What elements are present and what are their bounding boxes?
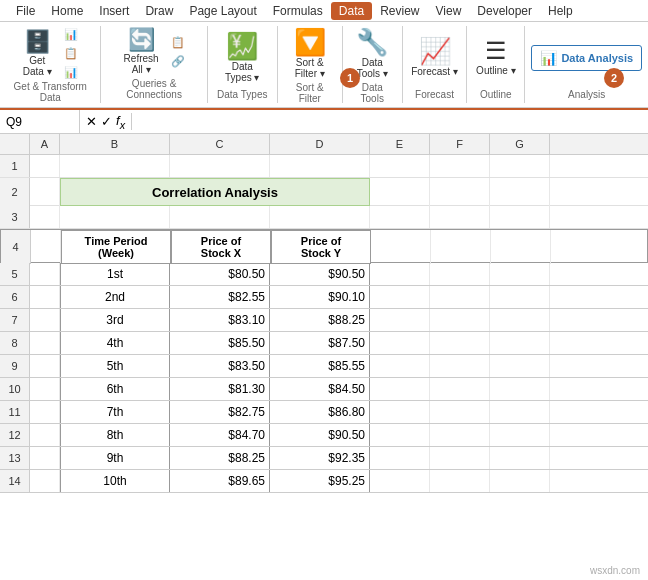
cell-c10[interactable]: $81.30 bbox=[170, 378, 270, 400]
cell-g13[interactable] bbox=[490, 447, 550, 469]
cell-b14[interactable]: 10th bbox=[60, 470, 170, 492]
cell-c12[interactable]: $84.70 bbox=[170, 424, 270, 446]
cell-f14[interactable] bbox=[430, 470, 490, 492]
cell-a12[interactable] bbox=[30, 424, 60, 446]
cell-e13[interactable] bbox=[370, 447, 430, 469]
data-analysis-button[interactable]: 📊 Data Analysis bbox=[531, 45, 642, 71]
cell-f4[interactable] bbox=[431, 230, 491, 264]
cell-f7[interactable] bbox=[430, 309, 490, 331]
cell-c6[interactable]: $82.55 bbox=[170, 286, 270, 308]
cell-g4[interactable] bbox=[491, 230, 551, 264]
cell-b7[interactable]: 3rd bbox=[60, 309, 170, 331]
menu-developer[interactable]: Developer bbox=[469, 2, 540, 20]
cell-e9[interactable] bbox=[370, 355, 430, 377]
confirm-formula-icon[interactable]: ✓ bbox=[101, 114, 112, 129]
refresh-all-button[interactable]: 🔄 RefreshAll ▾ bbox=[120, 26, 163, 78]
prop-btn2[interactable]: 🔗 bbox=[167, 53, 189, 70]
cell-a7[interactable] bbox=[30, 309, 60, 331]
cell-c4-header[interactable]: Price ofStock X bbox=[171, 230, 271, 264]
cell-e4[interactable] bbox=[371, 230, 431, 264]
cell-c14[interactable]: $89.65 bbox=[170, 470, 270, 492]
cell-c9[interactable]: $83.50 bbox=[170, 355, 270, 377]
cell-g3[interactable] bbox=[490, 206, 550, 228]
cell-g2[interactable] bbox=[490, 178, 550, 206]
cell-e11[interactable] bbox=[370, 401, 430, 423]
cell-f12[interactable] bbox=[430, 424, 490, 446]
cell-f3[interactable] bbox=[430, 206, 490, 228]
menu-insert[interactable]: Insert bbox=[91, 2, 137, 20]
cell-g6[interactable] bbox=[490, 286, 550, 308]
cell-f2[interactable] bbox=[430, 178, 490, 206]
cell-a2[interactable] bbox=[30, 178, 60, 206]
cell-d7[interactable]: $88.25 bbox=[270, 309, 370, 331]
cell-g1[interactable] bbox=[490, 155, 550, 177]
outline-button[interactable]: ☰ Outline ▾ bbox=[472, 36, 519, 79]
cell-c7[interactable]: $83.10 bbox=[170, 309, 270, 331]
prop-btn1[interactable]: 📋 bbox=[167, 34, 189, 51]
cell-e8[interactable] bbox=[370, 332, 430, 354]
cell-a14[interactable] bbox=[30, 470, 60, 492]
cell-c1[interactable] bbox=[170, 155, 270, 177]
menu-view[interactable]: View bbox=[428, 2, 470, 20]
cell-g11[interactable] bbox=[490, 401, 550, 423]
cell-a6[interactable] bbox=[30, 286, 60, 308]
cell-f8[interactable] bbox=[430, 332, 490, 354]
cell-c13[interactable]: $88.25 bbox=[170, 447, 270, 469]
cell-a5[interactable] bbox=[30, 263, 60, 285]
cell-d13[interactable]: $92.35 bbox=[270, 447, 370, 469]
menu-file[interactable]: File bbox=[8, 2, 43, 20]
cell-b9[interactable]: 5th bbox=[60, 355, 170, 377]
menu-formulas[interactable]: Formulas bbox=[265, 2, 331, 20]
cell-e7[interactable] bbox=[370, 309, 430, 331]
cell-c8[interactable]: $85.50 bbox=[170, 332, 270, 354]
cell-a11[interactable] bbox=[30, 401, 60, 423]
get-data-button[interactable]: 🗄️ GetData ▾ bbox=[18, 28, 56, 80]
cell-e1[interactable] bbox=[370, 155, 430, 177]
cell-g14[interactable] bbox=[490, 470, 550, 492]
cell-b1[interactable] bbox=[60, 155, 170, 177]
cell-d9[interactable]: $85.55 bbox=[270, 355, 370, 377]
cell-d4-header[interactable]: Price ofStock Y bbox=[271, 230, 371, 264]
cell-d14[interactable]: $95.25 bbox=[270, 470, 370, 492]
cell-f13[interactable] bbox=[430, 447, 490, 469]
cell-b3[interactable] bbox=[60, 206, 170, 228]
sort-filter-button[interactable]: 🔽 Sort &Filter ▾ bbox=[290, 26, 330, 82]
cell-b2-title[interactable]: Correlation Analysis bbox=[60, 178, 370, 206]
cell-c5[interactable]: $80.50 bbox=[170, 263, 270, 285]
cell-d10[interactable]: $84.50 bbox=[270, 378, 370, 400]
cell-e10[interactable] bbox=[370, 378, 430, 400]
menu-home[interactable]: Home bbox=[43, 2, 91, 20]
cell-e2[interactable] bbox=[370, 178, 430, 206]
menu-data[interactable]: Data bbox=[331, 2, 372, 20]
cell-b10[interactable]: 6th bbox=[60, 378, 170, 400]
cell-g8[interactable] bbox=[490, 332, 550, 354]
cell-e6[interactable] bbox=[370, 286, 430, 308]
cell-b8[interactable]: 4th bbox=[60, 332, 170, 354]
cell-c11[interactable]: $82.75 bbox=[170, 401, 270, 423]
menu-review[interactable]: Review bbox=[372, 2, 427, 20]
cell-d1[interactable] bbox=[270, 155, 370, 177]
cell-f6[interactable] bbox=[430, 286, 490, 308]
cell-b13[interactable]: 9th bbox=[60, 447, 170, 469]
queries-btn2[interactable]: 📋 bbox=[60, 45, 82, 62]
cell-a4[interactable] bbox=[31, 230, 61, 264]
cell-f10[interactable] bbox=[430, 378, 490, 400]
cell-f1[interactable] bbox=[430, 155, 490, 177]
data-types-button[interactable]: 💹 DataTypes ▾ bbox=[221, 30, 263, 86]
cell-d8[interactable]: $87.50 bbox=[270, 332, 370, 354]
function-icon[interactable]: fx bbox=[116, 113, 125, 131]
cell-g9[interactable] bbox=[490, 355, 550, 377]
cell-g12[interactable] bbox=[490, 424, 550, 446]
cell-b11[interactable]: 7th bbox=[60, 401, 170, 423]
cell-e14[interactable] bbox=[370, 470, 430, 492]
formula-input[interactable] bbox=[132, 110, 648, 133]
forecast-button[interactable]: 📈 Forecast ▾ bbox=[407, 35, 462, 80]
cell-f9[interactable] bbox=[430, 355, 490, 377]
cell-b6[interactable]: 2nd bbox=[60, 286, 170, 308]
cell-f11[interactable] bbox=[430, 401, 490, 423]
cell-a1[interactable] bbox=[30, 155, 60, 177]
cell-e3[interactable] bbox=[370, 206, 430, 228]
cell-a3[interactable] bbox=[30, 206, 60, 228]
menu-help[interactable]: Help bbox=[540, 2, 581, 20]
cell-b12[interactable]: 8th bbox=[60, 424, 170, 446]
